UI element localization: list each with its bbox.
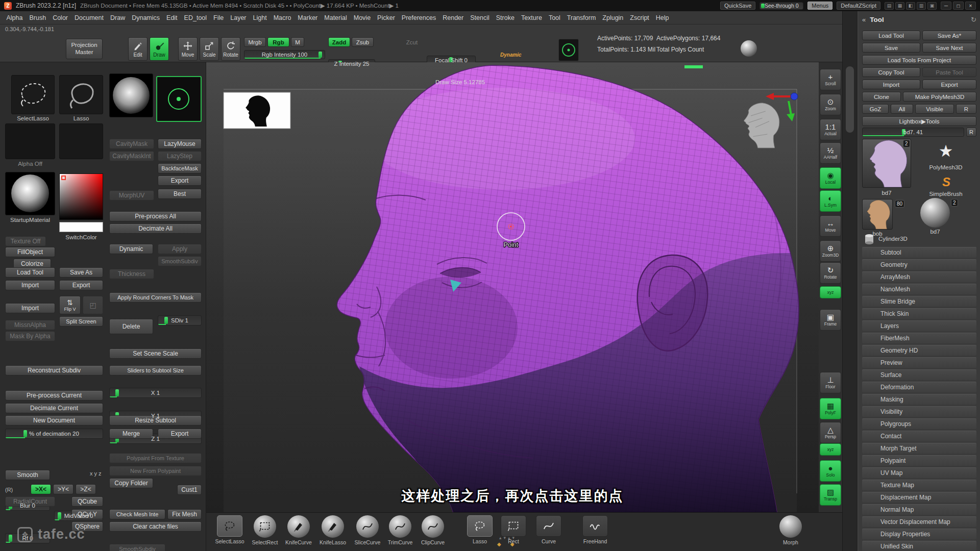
fillobject-button[interactable]: FillObject: [5, 247, 55, 257]
reconstruct-subdiv-button[interactable]: Reconstruct Subdiv: [5, 365, 103, 375]
export-button[interactable]: Export: [59, 280, 103, 290]
clear-cache-files-button[interactable]: Clear cache files: [109, 521, 202, 532]
thickness-button[interactable]: Thickness: [109, 269, 154, 279]
default-zscript-button[interactable]: DefaultZScript: [837, 2, 880, 10]
merge-button[interactable]: Merge: [109, 429, 153, 439]
export-button[interactable]: Export: [158, 429, 202, 439]
menu-stencil[interactable]: Stencil: [467, 13, 493, 23]
dynamic-button[interactable]: Dynamic: [109, 244, 153, 254]
tool-section-vector-displacement-map[interactable]: Vector Displacement Map: [862, 516, 976, 527]
menu-file[interactable]: File: [210, 13, 227, 23]
shelf-rotate-button[interactable]: ↻Rotate: [820, 262, 841, 284]
pre-process-current-button[interactable]: Pre-process Current: [5, 390, 103, 400]
zadd-button[interactable]: Zadd: [328, 37, 350, 47]
menu-preferences[interactable]: Preferences: [398, 13, 439, 23]
menu-picker[interactable]: Picker: [374, 13, 399, 23]
titlebar-panel-icon-2[interactable]: ▦: [895, 2, 904, 10]
tool-section-texture-map[interactable]: Texture Map: [862, 480, 976, 490]
mode-draw-button[interactable]: Draw: [150, 37, 169, 61]
morphuv-button[interactable]: MorphUV: [109, 190, 154, 201]
menus-button[interactable]: Menus: [807, 2, 832, 10]
menu-tool[interactable]: Tool: [545, 13, 564, 23]
menu-help[interactable]: Help: [652, 13, 672, 23]
shelf-local-button[interactable]: ◉Local: [820, 167, 841, 189]
shelf-xyz-button[interactable]: xyz: [820, 286, 841, 298]
panel-scrollbar[interactable]: [842, 11, 857, 551]
menu-stroke[interactable]: Stroke: [493, 13, 518, 23]
menu-color[interactable]: Color: [50, 13, 71, 23]
titlebar-panel-icon-1[interactable]: ▤: [885, 2, 894, 10]
rgb-intensity-slider[interactable]: Rgb Intensity 100: [244, 50, 325, 59]
tool-section-normal-map[interactable]: Normal Map: [862, 504, 976, 515]
mode-rotate-button[interactable]: Rotate: [221, 37, 240, 61]
shelf-actual-button[interactable]: 1:1Actual: [820, 119, 841, 140]
shelf-frame-button[interactable]: ▣Frame: [820, 309, 841, 331]
menu-document[interactable]: Document: [71, 13, 107, 23]
shelf-polyf-button[interactable]: ▦PolyF: [820, 398, 841, 419]
shelf-zoom-button[interactable]: ⊙Zoom: [820, 94, 841, 115]
tool-section-layers[interactable]: Layers: [862, 320, 976, 331]
brush-knifecurve[interactable]: KnifeCurve: [282, 515, 315, 545]
zcut-button[interactable]: Zcut: [403, 37, 421, 47]
new-from-polypaint-button[interactable]: New From Polypaint: [109, 466, 202, 476]
tool-section-uv-map[interactable]: UV Map: [862, 467, 976, 478]
menu-layer[interactable]: Layer: [227, 13, 250, 23]
tool-section-morph-target[interactable]: Morph Target: [862, 443, 976, 454]
lazystep-button[interactable]: LazyStep: [158, 151, 202, 161]
tool-section-nanomesh[interactable]: NanoMesh: [862, 284, 976, 294]
mode-move-button[interactable]: Move: [178, 37, 198, 61]
menu-texture[interactable]: Texture: [518, 13, 545, 23]
check-mesh-inte-button[interactable]: Check Mesh Inte: [109, 509, 165, 519]
menu-render[interactable]: Render: [439, 13, 467, 23]
mrgb-button[interactable]: Mrgb: [244, 37, 266, 47]
menu-macro[interactable]: Macro: [270, 13, 295, 23]
menu-dynamics[interactable]: Dynamics: [129, 13, 163, 23]
sliders-to-subtool-size-button[interactable]: Sliders to Subtool Size: [109, 365, 202, 375]
menu-alpha[interactable]: Alpha: [3, 13, 26, 23]
menu-marker[interactable]: Marker: [295, 13, 321, 23]
cavitymaskint-button[interactable]: CavityMaskInt: [109, 151, 154, 161]
dynamic-label[interactable]: Dynamic: [500, 52, 522, 58]
tool-section-unified-skin[interactable]: Unified Skin: [862, 541, 976, 551]
rgb-button[interactable]: Rgb: [267, 37, 289, 47]
stroke-curve[interactable]: Curve: [532, 515, 566, 544]
titlebar-panel-icon-5[interactable]: ▣: [927, 2, 937, 10]
missnalpha-button[interactable]: MissnAlpha: [5, 320, 55, 330]
brush-selectrect[interactable]: SelectRect: [248, 515, 282, 545]
viewport-canvas[interactable]: Point 这样处理之后，再次点击这里的点: [206, 62, 819, 512]
mirror-icon-button[interactable]: ◰: [83, 296, 103, 314]
tool-section-thick-skin[interactable]: Thick Skin: [862, 308, 976, 319]
of-decimation-20-slider[interactable]: % of decimation 20: [5, 429, 103, 439]
lazymouse-button[interactable]: LazyMouse: [158, 139, 202, 149]
zsub-button[interactable]: Zsub: [352, 37, 374, 47]
menu-ed-tool[interactable]: ED_tool: [181, 13, 210, 23]
tool-section-arraymesh[interactable]: ArrayMesh: [862, 271, 976, 282]
stroke-lasso[interactable]: Lasso: [463, 515, 497, 544]
decimate-current-button[interactable]: Decimate Current: [5, 403, 103, 413]
brush-slicecurve[interactable]: SliceCurve: [351, 515, 384, 545]
tool-section-geometry[interactable]: Geometry: [862, 259, 976, 270]
decimate-all-button[interactable]: Decimate All: [109, 223, 202, 234]
menu-draw[interactable]: Draw: [107, 13, 129, 23]
z-button[interactable]: >Z<: [76, 484, 96, 494]
delete-button[interactable]: Delete: [109, 319, 153, 334]
shelf-zoom3d-button[interactable]: ⊕Zoom3D: [820, 240, 841, 262]
shelf-floor-button[interactable]: ⊥Floor: [820, 372, 841, 393]
stroke-rect[interactable]: Rect: [497, 515, 530, 544]
brush-morph[interactable]: Morph: [774, 515, 807, 545]
mode-scale-button[interactable]: Scale: [200, 37, 219, 61]
see-through-slider[interactable]: See-through 0: [760, 2, 803, 10]
fix-mesh-button[interactable]: Fix Mesh: [167, 509, 202, 519]
tool-section-preview[interactable]: Preview: [862, 357, 976, 368]
apply-round-corners-to-mask-button[interactable]: Apply Round Corners To Mask: [109, 292, 202, 303]
menu-edit[interactable]: Edit: [163, 13, 181, 23]
tool-section-polypaint[interactable]: Polypaint: [862, 455, 976, 466]
shelf-aahalf-button[interactable]: ½AAHalf: [820, 142, 841, 164]
backfacemask-button[interactable]: BackfaceMask: [158, 163, 202, 173]
copy-folder-button[interactable]: Copy Folder: [109, 478, 153, 488]
import-button[interactable]: Import: [5, 303, 55, 313]
brush-trimcurve[interactable]: TrimCurve: [383, 515, 417, 545]
stroke-freehand[interactable]: FreeHand: [578, 515, 612, 544]
tool-section-displacement-map[interactable]: Displacement Map: [862, 492, 976, 503]
tool-section-subtool[interactable]: Subtool: [862, 247, 976, 258]
